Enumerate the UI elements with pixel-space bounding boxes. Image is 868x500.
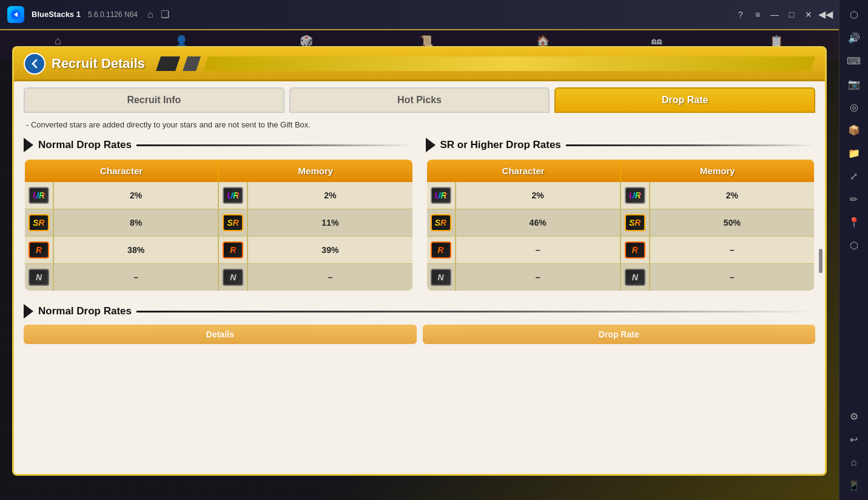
bottom-partial-tables: Details Drop Rate [24,325,815,344]
sidebar-location-icon[interactable]: 📍 [844,212,864,232]
close-button[interactable]: ✕ [802,8,815,21]
sr-higher-header: SR or Higher Drop Rates [426,138,816,152]
table-row: N – N – [426,264,815,292]
table-row: UR 2% UR 2% [24,182,413,209]
info-note: - Converted stars are added directly to … [24,120,815,129]
table-row: SR 46% SR 50% [426,209,815,237]
sr-ur-mem-rate: 2% [650,182,815,209]
sr-r-badge-char: R [426,237,456,264]
sr-sr-mem-rate: 50% [650,209,815,237]
r-badge-mem: R [218,237,247,264]
tab-hot-picks[interactable]: Hot Picks [289,87,550,113]
sr-sr-badge-char: SR [426,209,456,237]
table-row: UR 2% UR 2% [426,182,815,209]
sr-r-mem-rate: – [650,237,815,264]
window-controls: ? ≡ — □ ✕ ◀◀ [735,8,832,21]
sr-higher-title: SR or Higher Drop Rates [440,139,561,151]
sr-n-char-rate: – [456,264,621,292]
panel-title: Recruit Details [52,56,145,72]
menu-icon[interactable]: ≡ [752,8,764,21]
normal-drop-header: Normal Drop Rates [24,138,414,152]
town-nav-icon: 🏘 [651,35,662,47]
bottom-drop-rate-col: Drop Rate [423,325,816,344]
back-arrow-icon[interactable] [24,53,45,75]
sidebar-fullscreen-icon[interactable]: ⬡ [844,5,864,24]
ur-mem-rate: 2% [247,182,412,209]
sr-char-rate: 8% [53,209,218,237]
section-divider-2 [566,144,815,146]
r-mem-rate: 39% [247,237,412,264]
bottom-normal-header: Normal Drop Rates [24,304,815,319]
normal-char-header: Character [24,159,218,182]
sr-r-char-rate: – [456,237,621,264]
sidebar-edit-icon[interactable]: ✏ [844,189,864,209]
sr-badge-mem: SR [218,209,247,237]
n-char-rate: – [53,264,218,292]
panel-body[interactable]: - Converted stars are added directly to … [14,113,825,474]
sr-char-header: Character [426,159,621,182]
back-button[interactable]: ◀◀ [819,8,832,21]
game-window: Recruit Details Recruit Info Hot Picks D… [0,29,839,500]
sidebar-settings-icon[interactable]: ⚙ [844,407,864,426]
sidebar-volume-icon[interactable]: 🔊 [844,28,864,47]
table-row: SR 8% SR 11% [24,209,413,237]
n-badge-mem: N [218,264,247,292]
sidebar-keyboard-icon[interactable]: ⌨ [844,51,864,70]
sr-sr-char-rate: 46% [456,209,621,237]
arrow-icon [24,138,33,152]
copy-icon[interactable]: ❑ [161,8,169,20]
tab-recruit-info[interactable]: Recruit Info [24,87,284,113]
sr-mem-header: Memory [621,159,815,182]
sidebar-camera-icon[interactable]: ◎ [844,97,864,117]
recruit-panel: Recruit Details Recruit Info Hot Picks D… [12,46,827,476]
help-icon[interactable]: ? [735,8,747,21]
tab-drop-rate[interactable]: Drop Rate [554,87,815,113]
normal-drop-title: Normal Drop Rates [38,139,132,151]
sidebar-screenshot-icon[interactable]: 📷 [844,74,864,93]
minimize-button[interactable]: — [769,8,781,21]
sr-higher-drop-table: Character Memory UR [426,158,816,292]
r-badge-char: R [24,237,53,264]
sr-n-mem-rate: – [650,264,815,292]
home-icon[interactable]: ⌂ [147,9,153,20]
app-version: 5.6.0.1126 N64 [88,10,138,19]
table-row: R 38% R 39% [24,237,413,264]
title-bar: BlueStacks 1 5.6.0.1126 N64 ⌂ ❑ ? ≡ — □ … [0,0,839,29]
normal-drop-table: Character Memory UR [24,158,414,292]
arrow-icon-2 [426,138,436,152]
arrow-icon-3 [24,304,33,319]
app-name: BlueStacks 1 [32,10,81,19]
ur-badge-char: UR [24,182,53,209]
sidebar-back-icon[interactable]: ↩ [844,430,864,449]
sr-sr-badge-mem: SR [621,209,650,237]
bottom-details-col: Details [24,325,417,344]
section-divider [136,144,414,146]
panel-header: Recruit Details [14,48,825,81]
sr-ur-badge-char: UR [426,182,456,209]
scroll-indicator [819,249,823,273]
section-divider-3 [136,311,815,312]
sr-n-badge-mem: N [621,264,650,292]
right-sidebar: ⬡ 🔊 ⌨ 📷 ◎ 📦 📁 ⤢ ✏ 📍 ⬡ ⚙ ↩ ⌂ 📱 [839,0,868,500]
ur-char-rate: 2% [53,182,218,209]
sidebar-apk-icon[interactable]: 📦 [844,120,864,140]
sr-ur-char-rate: 2% [456,182,621,209]
sidebar-folder-icon[interactable]: 📁 [844,143,864,163]
sidebar-resize-icon[interactable]: ⤢ [844,166,864,186]
sr-n-badge-char: N [426,264,456,292]
sr-higher-drop-col: SR or Higher Drop Rates Character [426,138,816,292]
bottom-normal-title: Normal Drop Rates [38,305,132,317]
sidebar-phone-icon[interactable]: 📱 [844,476,864,495]
sr-r-badge-mem: R [621,237,650,264]
drop-rates-section: Normal Drop Rates Character Me [24,138,815,292]
normal-mem-header: Memory [218,159,412,182]
table-row: N – N – [24,264,413,292]
tabs-row: Recruit Info Hot Picks Drop Rate [14,81,825,113]
normal-drop-col: Normal Drop Rates Character Me [24,138,414,292]
app-logo [7,6,24,23]
sr-mem-rate: 11% [247,209,412,237]
maximize-button[interactable]: □ [786,8,798,21]
table-row: R – R – [426,237,815,264]
sidebar-layers-icon[interactable]: ⬡ [844,235,864,255]
sidebar-home-icon[interactable]: ⌂ [844,453,864,472]
